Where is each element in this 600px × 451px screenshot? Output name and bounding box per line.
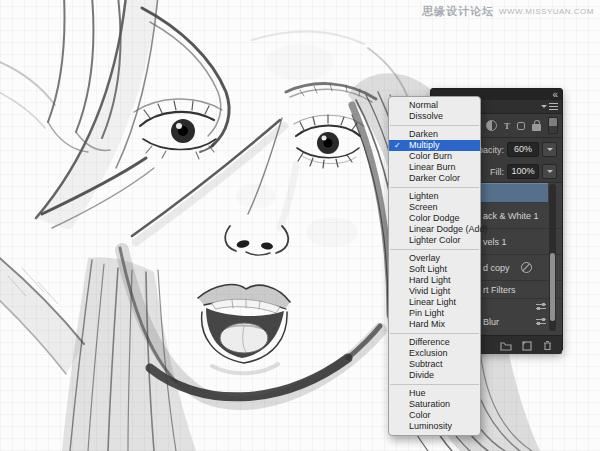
blend-mode-label: Lighter Color [409, 235, 461, 245]
delete-layer-icon[interactable] [542, 340, 553, 351]
blend-mode-option[interactable]: Darken [389, 129, 480, 140]
blend-mode-label: Dissolve [409, 111, 443, 121]
blend-mode-option[interactable]: Exclusion [389, 348, 480, 359]
blend-mode-label: Lighten [409, 191, 439, 201]
filtering-toggle[interactable] [548, 117, 558, 134]
blend-mode-option[interactable]: Linear Burn [389, 162, 480, 173]
layers-scrollbar[interactable] [549, 184, 556, 331]
blend-mode-label: Color Burn [409, 151, 452, 161]
blend-mode-label: Hard Mix [409, 319, 445, 329]
blend-mode-option[interactable]: Saturation [389, 399, 480, 410]
layer-name: d copy [483, 263, 510, 273]
blend-mode-label: Linear Dodge (Add) [409, 224, 488, 234]
layer-name: ack & White 1 [483, 211, 539, 221]
blend-mode-label: Hard Light [409, 275, 451, 285]
blend-mode-option[interactable]: Vivid Light [389, 286, 480, 297]
blend-mode-option[interactable]: Screen [389, 202, 480, 213]
blend-mode-option[interactable]: Normal [389, 100, 480, 111]
opacity-dropdown-button[interactable] [542, 142, 557, 157]
blend-mode-option[interactable]: Color [389, 410, 480, 421]
filter-smart-object-icon[interactable] [532, 124, 541, 131]
blend-mode-label: Darker Color [409, 173, 460, 183]
fill-value[interactable]: 100% [507, 164, 539, 179]
blend-mode-label: Darken [409, 129, 438, 139]
watermark-site-name: 思缘设计论坛 [422, 4, 494, 19]
blend-mode-option[interactable]: Pin Light [389, 308, 480, 319]
menu-separator [390, 187, 479, 188]
blend-mode-label: Hue [409, 388, 426, 398]
blend-mode-option[interactable]: Subtract [389, 359, 480, 370]
blend-mode-label: Saturation [409, 399, 450, 409]
scrollbar-thumb[interactable] [550, 253, 555, 321]
blend-mode-option[interactable]: Color Dodge [389, 213, 480, 224]
layer-name: rt Filters [483, 285, 516, 295]
blend-mode-option[interactable]: Color Burn [389, 151, 480, 162]
blend-mode-label: Linear Light [409, 297, 456, 307]
blend-mode-option[interactable]: Difference [389, 337, 480, 348]
layer-name: vels 1 [483, 237, 507, 247]
blend-mode-option[interactable]: Soft Light [389, 264, 480, 275]
blend-mode-option[interactable]: Hue [389, 388, 480, 399]
blend-mode-option[interactable]: Linear Dodge (Add) [389, 224, 480, 235]
filter-blending-options-icon[interactable] [536, 318, 546, 326]
blend-mode-option[interactable]: Hard Light [389, 275, 480, 286]
blend-mode-option[interactable]: Lighten [389, 191, 480, 202]
watermark-site-url: WWW.MISSYUAN.COM [499, 7, 594, 16]
fill-label: Fill: [490, 167, 504, 177]
blend-mode-label: Color Dodge [409, 213, 460, 223]
panel-menu-arrow-icon[interactable] [541, 105, 547, 108]
checkmark-icon: ✓ [394, 140, 401, 151]
collapse-panel-icon[interactable]: « [552, 91, 557, 99]
menu-separator [390, 384, 479, 385]
blend-mode-label: Divide [409, 370, 434, 380]
blend-mode-menu: NormalDissolveDarken✓MultiplyColor BurnL… [388, 96, 481, 436]
blend-mode-label: Difference [409, 337, 450, 347]
blend-mode-label: Linear Burn [409, 162, 456, 172]
smart-filter-badge-icon[interactable] [521, 262, 532, 273]
blend-mode-label: Overlay [409, 253, 440, 263]
layer-name: Blur [483, 317, 499, 327]
blend-mode-option[interactable]: Dissolve [389, 111, 480, 122]
blend-mode-label: Luminosity [409, 421, 452, 431]
blend-mode-option[interactable]: Divide [389, 370, 480, 381]
new-group-icon[interactable] [500, 340, 512, 351]
blend-mode-label: Subtract [409, 359, 443, 369]
panel-menu-icon[interactable] [549, 103, 558, 110]
blend-mode-option[interactable]: ✓Multiply [389, 140, 480, 151]
menu-separator [390, 333, 479, 334]
blend-mode-option[interactable]: Luminosity [389, 421, 480, 432]
filter-blending-options-icon[interactable] [536, 303, 546, 311]
blend-mode-option[interactable]: Linear Light [389, 297, 480, 308]
blend-mode-option[interactable]: Lighter Color [389, 235, 480, 246]
blend-mode-option[interactable]: Darker Color [389, 173, 480, 184]
blend-mode-label: Normal [409, 100, 438, 110]
opacity-value[interactable]: 60% [507, 142, 539, 157]
blend-mode-label: Soft Light [409, 264, 447, 274]
new-layer-icon[interactable] [521, 340, 533, 351]
fill-dropdown-button[interactable] [542, 164, 557, 179]
blend-mode-label: Exclusion [409, 348, 448, 358]
blend-mode-label: Color [409, 410, 431, 420]
watermark: 思缘设计论坛 WWW.MISSYUAN.COM [422, 4, 594, 19]
blend-mode-label: Pin Light [409, 308, 444, 318]
blend-mode-option[interactable]: Overlay [389, 253, 480, 264]
filter-shape-icon[interactable] [517, 122, 525, 130]
blend-mode-option[interactable]: Hard Mix [389, 319, 480, 330]
photoshop-canvas-screenshot: 思缘设计论坛 WWW.MISSYUAN.COM « T Opacity: 60%… [0, 0, 600, 451]
blend-mode-label: Vivid Light [409, 286, 450, 296]
blend-mode-label: Multiply [409, 140, 440, 150]
menu-separator [390, 125, 479, 126]
blend-mode-label: Screen [409, 202, 438, 212]
filter-type-icon[interactable]: T [504, 121, 510, 131]
menu-separator [390, 249, 479, 250]
filter-adjustment-icon[interactable] [486, 120, 497, 131]
